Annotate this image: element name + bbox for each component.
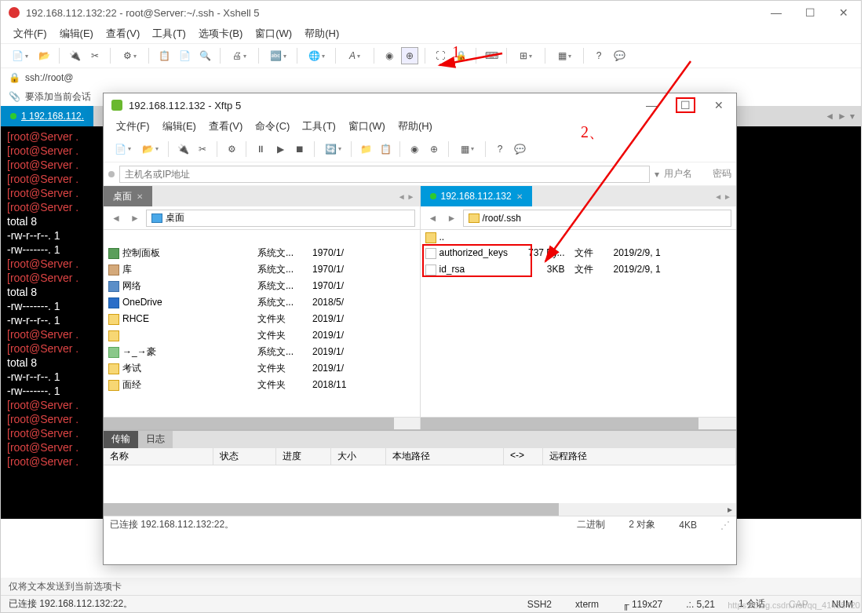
xftp-close-button[interactable]: ✕ xyxy=(709,97,728,113)
xftp-menu-help[interactable]: 帮助(H) xyxy=(393,118,437,135)
xftp-copy-button[interactable]: 📋 xyxy=(377,140,394,158)
menu-view[interactable]: 查看(V) xyxy=(101,25,144,42)
tab-transfer[interactable]: 传输 xyxy=(104,431,138,448)
addlink-text[interactable]: 要添加当前会话 xyxy=(25,90,91,104)
list-item[interactable]: .. xyxy=(421,230,737,245)
header-progress[interactable]: 进度 xyxy=(276,448,331,465)
layout-button[interactable]: ▦ xyxy=(552,47,577,64)
remote-path[interactable]: /root/.ssh xyxy=(463,210,732,227)
menu-help[interactable]: 帮助(H) xyxy=(300,25,344,42)
xftp-menu-edit[interactable]: 编辑(E) xyxy=(158,118,201,135)
scroll-right-icon[interactable]: ▸ xyxy=(724,503,736,516)
menu-file[interactable]: 文件(F) xyxy=(9,25,52,42)
xftp-menu-window[interactable]: 窗口(W) xyxy=(344,118,390,135)
header-name[interactable]: 名称 xyxy=(104,448,213,465)
xftp-new-button[interactable]: 📄 xyxy=(110,140,135,158)
xftp-newfolder-button[interactable]: 📁 xyxy=(357,140,374,158)
encoding-button[interactable]: 🔤 xyxy=(265,47,290,64)
xftp-chat-button[interactable]: 💬 xyxy=(511,140,528,158)
tab-prev-icon[interactable]: ◄ xyxy=(398,192,406,201)
xftp-pause-button[interactable]: ⏸ xyxy=(252,140,269,158)
list-item[interactable]: RHCE文件夹2019/1/ xyxy=(104,311,420,327)
new-session-button[interactable]: 📄 xyxy=(7,47,32,64)
remote-tab-server[interactable]: 192.168.112.132 ✕ xyxy=(421,186,532,206)
tab-prev-icon[interactable]: ◄ xyxy=(714,192,722,201)
tab-next-icon[interactable]: ► xyxy=(724,192,731,201)
header-direction[interactable]: <-> xyxy=(504,448,543,465)
xftp-props-button[interactable]: ⚙ xyxy=(223,140,240,158)
list-item[interactable]: 网络系统文...1970/1/ xyxy=(104,278,420,294)
find-button[interactable]: 🔍 xyxy=(196,47,213,64)
xftp-open-button[interactable]: 📂 xyxy=(137,140,162,158)
addlink-icon[interactable]: 📎 xyxy=(9,91,20,102)
fullscreen-button[interactable]: ⛶ xyxy=(432,47,449,64)
local-path[interactable]: 桌面 xyxy=(146,210,415,227)
tunnel-button[interactable]: ⊞ xyxy=(513,47,538,64)
list-item[interactable]: 文件夹2019/1/ xyxy=(104,327,420,344)
menu-edit[interactable]: 编辑(E) xyxy=(55,25,98,42)
header-status[interactable]: 状态 xyxy=(213,448,276,465)
header-size[interactable]: 大小 xyxy=(331,448,386,465)
list-item[interactable]: 库系统文...1970/1/ xyxy=(104,261,420,278)
list-item[interactable]: OneDrive系统文...2018/5/ xyxy=(104,294,420,311)
tab-log[interactable]: 日志 xyxy=(138,431,173,448)
xftp-stop-button[interactable]: ⏹ xyxy=(291,140,308,158)
remote-file-list[interactable]: ..authorized_keys737 By...文件2019/2/9, 1i… xyxy=(421,230,737,417)
lock-button[interactable]: 🔒 xyxy=(452,47,469,64)
properties-button[interactable]: ⚙ xyxy=(117,47,142,64)
xftp-sync-button[interactable]: 🔄 xyxy=(320,140,345,158)
xftp-reconnect-button[interactable]: 🔌 xyxy=(174,140,191,158)
tab-prev-icon[interactable]: ◄ xyxy=(825,111,834,122)
remote-scrollbar[interactable] xyxy=(421,417,737,429)
xftp-menu-tools[interactable]: 工具(T) xyxy=(297,118,341,135)
list-item[interactable]: →_→豪系统文...2019/1/ xyxy=(104,344,420,360)
local-scrollbar[interactable] xyxy=(104,417,420,429)
xftp-menu-command[interactable]: 命令(C) xyxy=(250,118,294,135)
list-item[interactable]: id_rsa3KB文件2019/2/9, 1 xyxy=(421,261,737,278)
tab-next-icon[interactable]: ► xyxy=(837,111,847,122)
header-remotepath[interactable]: 远程路径 xyxy=(543,448,736,465)
xftp-xshell-button[interactable]: ⊕ xyxy=(425,140,443,158)
xftp-disconnect-button[interactable]: ✂ xyxy=(194,140,211,158)
menu-window[interactable]: 窗口(W) xyxy=(250,25,297,42)
chat-button[interactable]: 💬 xyxy=(611,47,628,64)
forward-button[interactable]: ► xyxy=(444,210,460,226)
transfer-body[interactable] xyxy=(104,465,736,503)
local-tab-desktop[interactable]: 桌面 ✕ xyxy=(104,186,152,206)
print-button[interactable]: 🖨 xyxy=(227,47,252,64)
keyboard-button[interactable]: ⌨ xyxy=(483,47,500,64)
list-item[interactable]: 控制面板系统文...1970/1/ xyxy=(104,245,420,261)
xftp-layout-button[interactable]: ▦ xyxy=(454,140,480,158)
local-file-list[interactable]: 控制面板系统文...1970/1/库系统文...1970/1/网络系统文...1… xyxy=(104,230,420,417)
paste-button[interactable]: 📄 xyxy=(176,47,193,64)
close-button[interactable]: ✕ xyxy=(834,5,853,20)
open-session-button[interactable]: 📂 xyxy=(35,47,53,64)
xftp-refresh-button[interactable]: ◉ xyxy=(406,140,423,158)
tab-dropdown-icon[interactable]: ▾ xyxy=(850,111,855,122)
tab-next-icon[interactable]: ► xyxy=(407,192,415,201)
close-icon[interactable]: ✕ xyxy=(516,192,523,201)
transfer-scrollbar[interactable]: ▸ xyxy=(104,503,736,516)
menu-tools[interactable]: 工具(T) xyxy=(148,25,191,42)
xftp-menu-view[interactable]: 查看(V) xyxy=(204,118,247,135)
xftp-button[interactable]: ⊕ xyxy=(401,47,418,64)
header-localpath[interactable]: 本地路径 xyxy=(386,448,504,465)
browser-button[interactable]: 🌐 xyxy=(304,47,329,64)
back-button[interactable]: ◄ xyxy=(425,210,441,226)
forward-button[interactable]: ► xyxy=(127,210,143,226)
list-item[interactable] xyxy=(104,230,420,245)
xftp-play-button[interactable]: ▶ xyxy=(272,140,289,158)
help-button[interactable]: ? xyxy=(590,47,607,64)
list-item[interactable]: 考试文件夹2019/1/ xyxy=(104,360,420,377)
back-button[interactable]: ◄ xyxy=(108,210,124,226)
copy-button[interactable]: 📋 xyxy=(155,47,173,64)
xftp-menu-file[interactable]: 文件(F) xyxy=(111,118,155,135)
close-icon[interactable]: ✕ xyxy=(137,192,143,201)
xftp-help-button[interactable]: ? xyxy=(491,140,509,158)
font-button[interactable]: A xyxy=(342,47,367,64)
xftp-maximize-button[interactable]: ☐ xyxy=(676,97,695,113)
sendbar-text[interactable]: 仅将文本发送到当前选项卡 xyxy=(9,580,122,593)
host-dropdown-icon[interactable]: ▾ xyxy=(655,169,659,180)
disconnect-button[interactable]: ✂ xyxy=(86,47,104,64)
minimize-button[interactable]: — xyxy=(766,5,786,20)
